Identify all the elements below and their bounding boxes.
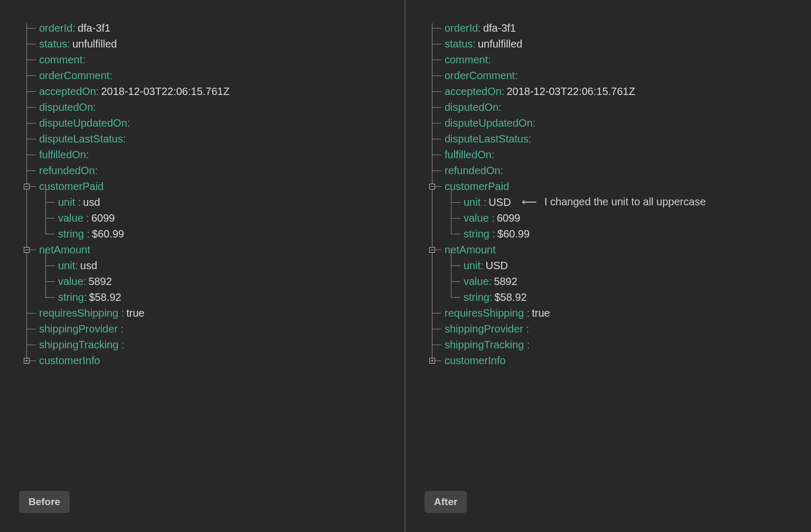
tree-row-comment: comment: [426, 52, 811, 68]
after-badge: After [425, 491, 467, 513]
arrow-left-icon: ⟵ [522, 195, 537, 208]
val-acceptedOn: 2018-12-03T22:06:15.761Z [506, 83, 635, 99]
val-requiresShipping: true [126, 305, 144, 321]
tree-row-cp-value: value : 6099 [426, 210, 811, 226]
key-customerPaid: customerPaid [39, 178, 103, 194]
key-disputeUpdatedOn: disputeUpdatedOn: [445, 115, 535, 131]
key-netAmount: netAmount [445, 242, 496, 258]
after-tree: orderId: dfa-3f1 status: unfulfilled com… [426, 20, 811, 368]
val-cp-string: $60.99 [92, 226, 124, 242]
key-comment: comment: [445, 52, 491, 68]
tree-row-customerPaid[interactable]: customerPaid [426, 178, 811, 194]
key-refundedOn: refundedOn: [445, 163, 503, 178]
tree-row-comment: comment: [20, 52, 404, 68]
netAmount-children: unit: usd value: 5892 string: $58.92 [20, 258, 404, 305]
val-acceptedOn: 2018-12-03T22:06:15.761Z [101, 83, 230, 99]
tree-row-orderId: orderId: dfa-3f1 [426, 20, 811, 36]
tree-row-customerInfo[interactable]: customerInfo [20, 353, 404, 368]
expand-icon[interactable] [24, 358, 30, 364]
val-cp-value: 6099 [497, 210, 521, 226]
tree-row-na-unit: unit: usd [20, 258, 404, 273]
collapse-icon[interactable] [429, 184, 435, 189]
key-fulfilledOn: fulfilledOn: [39, 147, 89, 163]
tree-row-orderComment: orderComment: [20, 68, 404, 83]
key-disputedOn: disputedOn: [445, 99, 502, 115]
key-unit: unit : [58, 194, 81, 210]
tree-row-shippingProvider: shippingProvider : [426, 321, 811, 337]
tree-row-fulfilledOn: fulfilledOn: [20, 147, 404, 163]
after-pane: orderId: dfa-3f1 status: unfulfilled com… [406, 0, 811, 532]
netAmount-children: unit: USD value: 5892 string: $58.92 [426, 258, 811, 305]
key-customerInfo: customerInfo [445, 353, 506, 368]
key-status: status: [445, 36, 476, 52]
collapse-icon[interactable] [24, 184, 30, 189]
tree-row-na-unit: unit: USD [426, 258, 811, 273]
key-value: value : [464, 210, 495, 226]
diff-annotation: ⟵ I changed the unit to all uppercase [522, 195, 706, 208]
key-unit: unit: [464, 258, 484, 273]
key-disputeUpdatedOn: disputeUpdatedOn: [39, 115, 130, 131]
tree-row-disputeLastStatus: disputeLastStatus: [426, 131, 811, 147]
key-orderId: orderId: [445, 20, 481, 36]
val-status: unfulfilled [478, 36, 523, 52]
tree-row-cp-string: string : $60.99 [20, 226, 404, 242]
tree-row-disputedOn: disputedOn: [20, 99, 404, 115]
expand-icon[interactable] [429, 358, 435, 364]
key-requiresShipping: requiresShipping : [39, 305, 124, 321]
tree-row-cp-string: string : $60.99 [426, 226, 811, 242]
tree-row-shippingTracking: shippingTracking : [20, 337, 404, 353]
key-acceptedOn: acceptedOn: [39, 83, 99, 99]
key-disputedOn: disputedOn: [39, 99, 96, 115]
annotation-text: I changed the unit to all uppercase [544, 196, 706, 208]
val-cp-string: $60.99 [497, 226, 530, 242]
tree-row-status: status: unfulfilled [20, 36, 404, 52]
tree-row-customerPaid[interactable]: customerPaid [20, 178, 404, 194]
tree-row-customerInfo[interactable]: customerInfo [426, 353, 811, 368]
tree-row-refundedOn: refundedOn: [20, 163, 404, 178]
val-cp-unit: USD [488, 194, 511, 210]
collapse-icon[interactable] [429, 247, 435, 253]
key-shippingTracking: shippingTracking : [39, 337, 125, 353]
key-customerPaid: customerPaid [445, 178, 509, 194]
tree-row-cp-unit: unit : usd [20, 194, 404, 210]
tree-row-netAmount[interactable]: netAmount [426, 242, 811, 258]
val-na-string: $58.92 [89, 289, 121, 305]
collapse-icon[interactable] [24, 247, 30, 253]
tree-row-requiresShipping: requiresShipping : true [20, 305, 404, 321]
key-netAmount: netAmount [39, 242, 90, 258]
key-string: string: [464, 289, 492, 305]
key-disputeLastStatus: disputeLastStatus: [445, 131, 532, 147]
key-orderComment: orderComment: [445, 68, 518, 83]
tree-row-requiresShipping: requiresShipping : true [426, 305, 811, 321]
key-shippingTracking: shippingTracking : [445, 337, 530, 353]
key-acceptedOn: acceptedOn: [445, 83, 504, 99]
tree-row-fulfilledOn: fulfilledOn: [426, 147, 811, 163]
tree-row-disputeUpdatedOn: disputeUpdatedOn: [426, 115, 811, 131]
val-requiresShipping: true [532, 305, 550, 321]
key-requiresShipping: requiresShipping : [445, 305, 530, 321]
val-na-value: 5892 [494, 273, 517, 289]
val-orderId: dfa-3f1 [78, 20, 110, 36]
key-shippingProvider: shippingProvider : [39, 321, 124, 337]
tree-row-shippingProvider: shippingProvider : [20, 321, 404, 337]
key-shippingProvider: shippingProvider : [445, 321, 529, 337]
val-na-string: $58.92 [494, 289, 526, 305]
val-na-value: 5892 [88, 273, 112, 289]
tree-row-netAmount[interactable]: netAmount [20, 242, 404, 258]
key-status: status: [39, 36, 70, 52]
key-unit: unit: [58, 258, 78, 273]
key-comment: comment: [39, 52, 86, 68]
tree-row-na-value: value: 5892 [426, 273, 811, 289]
val-cp-value: 6099 [91, 210, 115, 226]
tree-row-refundedOn: refundedOn: [426, 163, 811, 178]
key-disputeLastStatus: disputeLastStatus: [39, 131, 126, 147]
before-tree: orderId: dfa-3f1 status: unfulfilled com… [20, 20, 404, 368]
val-cp-unit: usd [83, 194, 100, 210]
val-orderId: dfa-3f1 [483, 20, 516, 36]
tree-row-orderId: orderId: dfa-3f1 [20, 20, 404, 36]
tree-row-acceptedOn: acceptedOn: 2018-12-03T22:06:15.761Z [426, 83, 811, 99]
key-customerInfo: customerInfo [39, 353, 100, 368]
tree-row-disputedOn: disputedOn: [426, 99, 811, 115]
key-refundedOn: refundedOn: [39, 163, 98, 178]
key-value: value : [58, 210, 89, 226]
